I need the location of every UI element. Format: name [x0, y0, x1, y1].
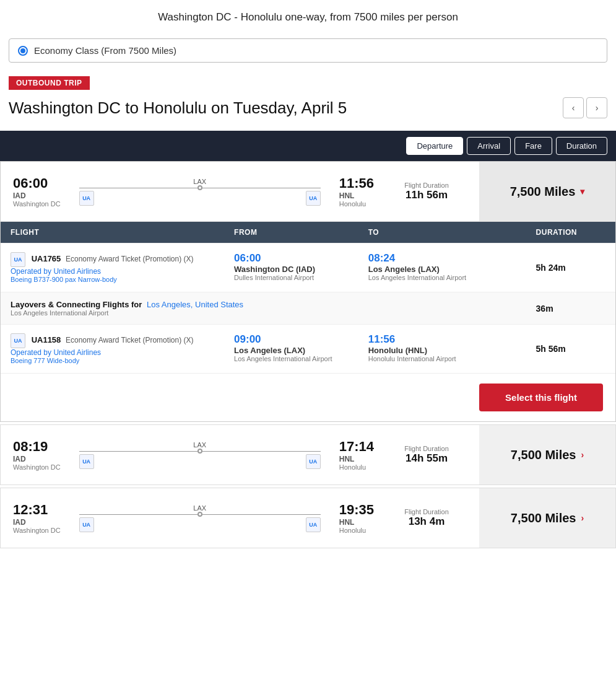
miles-block-3[interactable]: 7,500 Miles › — [479, 488, 615, 548]
flight-main-2: 08:19 IAD Washington DC LAX UA UA 17:14 … — [1, 425, 479, 484]
seg-operated-1: Operated by United Airlines — [11, 267, 214, 276]
dep-time-1: 06:00 — [13, 175, 61, 191]
stop-label-2: LAX — [193, 441, 206, 449]
class-selector[interactable]: Economy Class (From 7500 Miles) — [9, 38, 607, 63]
duration-label-3: Flight Duration — [393, 508, 461, 515]
seg-to-time-2: 11:56 — [368, 333, 516, 346]
layover-duration-1: 36m — [526, 292, 615, 324]
arr-city-2: Honolulu — [339, 463, 374, 471]
duration-label-1: Flight Duration — [393, 182, 461, 189]
seg-to-1: 08:24 Los Angeles (LAX) Los Angeles Inte… — [358, 243, 526, 292]
layover-sub-1: Los Angeles International Airport — [11, 309, 516, 317]
col-duration: DURATION — [526, 222, 615, 243]
seg-flight-number-1: UA UA1765 Economy Award Ticket (Promotio… — [11, 252, 214, 267]
radio-economy — [18, 46, 28, 56]
class-selector-wrap: Economy Class (From 7500 Miles) — [0, 32, 616, 72]
seg-from-city-1: Washington DC (IAD) — [234, 265, 349, 274]
next-date-button[interactable]: › — [586, 97, 607, 118]
dep-code-1: IAD — [13, 191, 61, 200]
layover-info-1: Layovers & Connecting Flights for Los An… — [1, 292, 526, 324]
col-from: FROM — [224, 222, 358, 243]
departure-block-1: 06:00 IAD Washington DC — [13, 175, 61, 208]
segment-row-2: UA UA1158 Economy Award Ticket (Promotio… — [1, 324, 615, 373]
seg-flight-info-1: UA UA1765 Economy Award Ticket (Promotio… — [1, 243, 224, 292]
seg-from-time-1: 06:00 — [234, 252, 349, 265]
select-row: Select this flight — [1, 373, 615, 421]
select-flight-button[interactable]: Select this flight — [479, 384, 603, 411]
flight-summary-3: 12:31 IAD Washington DC LAX UA UA 19:35 … — [1, 488, 615, 548]
miles-value-2: 7,500 Miles — [511, 448, 576, 462]
stop-dot-3 — [197, 512, 202, 517]
airline-icon-left-1: UA — [79, 191, 94, 206]
layover-highlight-1: Los Angeles, United States — [147, 300, 243, 309]
seg-from-city-2: Los Angeles (LAX) — [234, 346, 349, 355]
seg-to-airport-2: Honolulu International Airport — [368, 355, 516, 362]
seg-to-airport-1: Los Angeles International Airport — [368, 274, 516, 281]
stop-label-3: LAX — [193, 504, 206, 512]
seg-flight-info-2: UA UA1158 Economy Award Ticket (Promotio… — [1, 325, 224, 373]
layover-row-1: Layovers & Connecting Flights for Los An… — [1, 292, 615, 324]
sort-bar: Departure Arrival Fare Duration — [0, 131, 616, 161]
prev-date-button[interactable]: ‹ — [563, 97, 584, 118]
seg-duration-1: 5h 24m — [526, 243, 615, 292]
sort-departure-button[interactable]: Departure — [406, 137, 463, 155]
sort-arrival-button[interactable]: Arrival — [467, 137, 511, 155]
departure-block-3: 12:31 IAD Washington DC — [13, 502, 61, 534]
duration-value-2: 14h 55m — [393, 452, 461, 465]
duration-info-3: Flight Duration 13h 4m — [386, 498, 467, 538]
miles-block-2[interactable]: 7,500 Miles › — [479, 425, 615, 484]
miles-block-1[interactable]: 7,500 Miles ▾ — [479, 162, 615, 221]
arrival-block-2: 17:14 HNL Honolulu — [339, 439, 374, 471]
seg-from-1: 06:00 Washington DC (IAD) Dulles Interna… — [224, 243, 358, 292]
route-line-3: LAX UA UA — [73, 504, 327, 532]
seg-to-2: 11:56 Honolulu (HNL) Honolulu Internatio… — [358, 325, 526, 373]
seg-from-time-2: 09:00 — [234, 333, 349, 346]
flight-card-3: 12:31 IAD Washington DC LAX UA UA 19:35 … — [0, 488, 616, 548]
seg-from-airport-1: Dulles International Airport — [234, 274, 349, 281]
line-right-3 — [200, 514, 321, 515]
segment-row-1: UA UA1765 Economy Award Ticket (Promotio… — [1, 243, 615, 292]
airline-icon-left-3: UA — [79, 517, 94, 532]
stop-dot-2 — [197, 449, 202, 454]
miles-chevron-1: ▾ — [580, 186, 584, 196]
duration-value-3: 13h 4m — [393, 515, 461, 528]
route-header: Washington DC to Honolulu on Tuesday, Ap… — [0, 95, 616, 131]
dep-code-3: IAD — [13, 518, 61, 527]
flight-summary-1: 06:00 IAD Washington DC LAX UA UA 11: — [1, 162, 615, 221]
seg-aircraft-2: Boeing 777 Wide-body — [11, 357, 214, 364]
route-line-2: LAX UA UA — [73, 441, 327, 469]
flight-main-3: 12:31 IAD Washington DC LAX UA UA 19:35 … — [1, 488, 479, 548]
airline-icon-right-1: UA — [306, 191, 321, 206]
seg-aircraft-1: Boeing B737-900 pax Narrow-body — [11, 276, 214, 283]
col-flight: FLIGHT — [1, 222, 224, 243]
duration-label-2: Flight Duration — [393, 445, 461, 452]
sort-duration-button[interactable]: Duration — [556, 137, 607, 155]
dep-city-2: Washington DC — [13, 463, 61, 471]
sort-fare-button[interactable]: Fare — [514, 137, 552, 155]
route-title: Washington DC to Honolulu on Tuesday, Ap… — [9, 99, 347, 118]
dep-code-2: IAD — [13, 455, 61, 463]
col-to: TO — [358, 222, 526, 243]
arr-time-2: 17:14 — [339, 439, 374, 455]
seg-duration-2: 5h 56m — [526, 325, 615, 373]
miles-chevron-2: › — [581, 450, 584, 460]
arr-time-1: 11:56 — [339, 175, 374, 191]
line-right-2 — [200, 451, 321, 452]
seg-airline-icon-1: UA — [11, 252, 25, 267]
line-right-1 — [200, 188, 321, 188]
duration-value-1: 11h 56m — [393, 189, 461, 201]
miles-chevron-3: › — [581, 513, 584, 523]
route-line-1: LAX UA UA — [73, 178, 327, 206]
class-label: Economy Class (From 7500 Miles) — [34, 45, 176, 56]
line-left-3 — [79, 514, 200, 515]
arr-time-3: 19:35 — [339, 502, 374, 518]
arrival-block-1: 11:56 HNL Honolulu — [339, 175, 374, 208]
airline-icon-right-3: UA — [306, 517, 321, 532]
dep-city-1: Washington DC — [13, 200, 61, 208]
flight-card-2: 08:19 IAD Washington DC LAX UA UA 17:14 … — [0, 424, 616, 485]
duration-info-1: Flight Duration 11h 56m — [386, 172, 467, 211]
stop-dot-1 — [197, 185, 202, 190]
seg-to-time-1: 08:24 — [368, 252, 516, 265]
line-left-1 — [79, 188, 200, 188]
dep-time-2: 08:19 — [13, 439, 61, 455]
